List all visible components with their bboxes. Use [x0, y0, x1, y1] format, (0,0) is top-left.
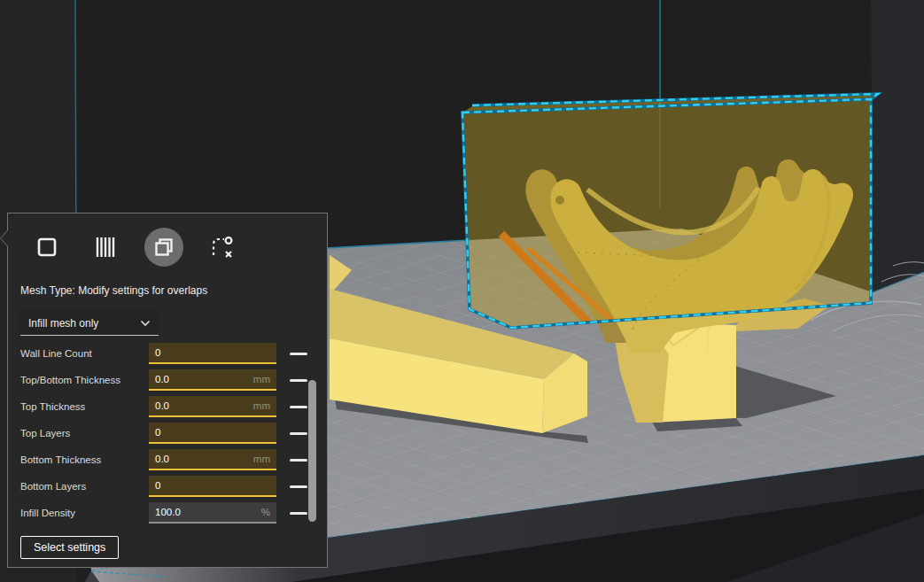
- setting-row: Top Thickness 0.0 mm: [20, 393, 318, 420]
- mesh-type-dropdown-value: Infill mesh only: [20, 317, 140, 330]
- overlapping-squares-icon: [153, 237, 175, 258]
- chevron-down-icon: [140, 320, 151, 327]
- panel-pointer: [0, 229, 8, 247]
- setting-label: Infill Density: [20, 508, 149, 518]
- setting-label: Top Thickness: [20, 401, 149, 412]
- minus-icon: [290, 406, 307, 408]
- setting-label: Bottom Thickness: [20, 454, 149, 465]
- remove-setting-button[interactable]: [290, 427, 307, 439]
- remove-setting-button[interactable]: [290, 507, 307, 519]
- remove-setting-button[interactable]: [290, 454, 307, 466]
- setting-label: Bottom Layers: [20, 481, 149, 492]
- dont-support-overlaps-button[interactable]: [203, 228, 242, 267]
- remove-setting-button[interactable]: [290, 374, 307, 386]
- top-bottom-thickness-field[interactable]: 0.0 mm: [149, 369, 276, 391]
- infill-lines-icon: [96, 237, 115, 258]
- bottom-thickness-field[interactable]: 0.0 mm: [149, 449, 276, 470]
- setting-row: Top Layers 0: [20, 420, 318, 446]
- setting-label: Wall Line Count: [20, 348, 149, 359]
- setting-row: Bottom Layers 0: [20, 473, 318, 500]
- setting-label: Top/Bottom Thickness: [20, 375, 149, 385]
- setting-rows: Wall Line Count 0 Top/Bottom Thickness 0…: [20, 340, 318, 526]
- mesh-type-toolbar: [27, 226, 242, 268]
- modify-overlaps-button[interactable]: [144, 228, 183, 267]
- anti-overhang-icon: [209, 234, 236, 260]
- minus-icon: [290, 379, 307, 382]
- setting-row: Bottom Thickness 0.0 mm: [20, 446, 318, 473]
- setting-row: Top/Bottom Thickness 0.0 mm: [20, 367, 318, 393]
- settings-scrollbar[interactable]: [308, 380, 316, 522]
- wall-line-count-field[interactable]: 0: [149, 343, 276, 364]
- setting-row: Infill Density 100.0 %: [20, 500, 318, 526]
- select-settings-button[interactable]: Select settings: [20, 536, 119, 559]
- infill-density-field[interactable]: 100.0 %: [149, 502, 276, 524]
- remove-setting-button[interactable]: [290, 347, 307, 360]
- normal-model-button[interactable]: [27, 228, 66, 267]
- infill-mesh-box[interactable]: [462, 94, 878, 328]
- top-layers-field[interactable]: 0: [149, 423, 276, 444]
- per-model-settings-panel: Mesh Type: Modify settings for overlaps …: [7, 213, 328, 568]
- minus-icon: [290, 353, 307, 355]
- setting-label: Top Layers: [20, 428, 149, 438]
- mesh-type-dropdown[interactable]: Infill mesh only: [20, 311, 159, 336]
- mesh-type-label: Mesh Type: Modify settings for overlaps: [20, 284, 207, 297]
- remove-setting-button[interactable]: [290, 400, 307, 413]
- minus-icon: [290, 512, 307, 515]
- normal-mesh-icon: [37, 237, 57, 257]
- background-right-wall: [871, 0, 924, 293]
- print-as-infill-button[interactable]: [86, 228, 125, 267]
- minus-icon: [290, 485, 307, 488]
- minus-icon: [290, 459, 307, 462]
- minus-icon: [290, 432, 307, 435]
- setting-row: Wall Line Count 0: [20, 340, 318, 367]
- remove-setting-button[interactable]: [290, 480, 307, 493]
- top-thickness-field[interactable]: 0.0 mm: [149, 396, 276, 417]
- bottom-layers-field[interactable]: 0: [149, 476, 276, 497]
- cura-window: { "panel": { "mesh_type_label": "Mesh Ty…: [0, 0, 924, 582]
